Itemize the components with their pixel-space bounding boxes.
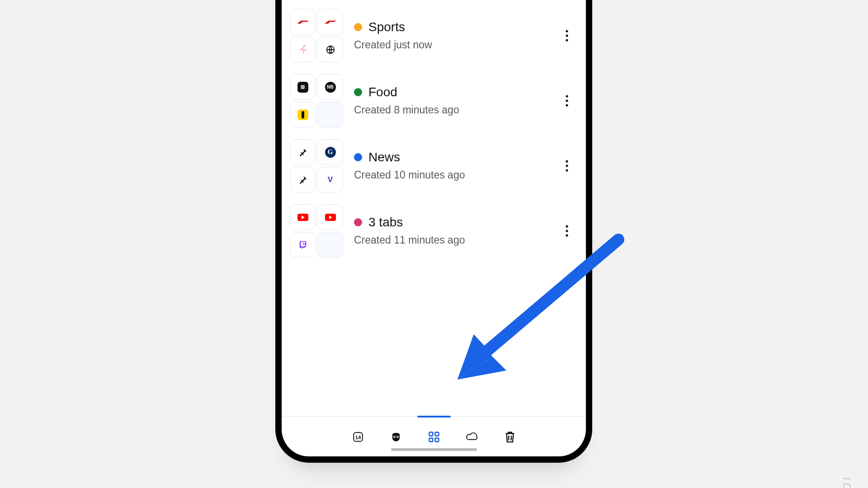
svg-point-17 — [394, 436, 395, 437]
color-dot — [354, 23, 362, 31]
favicon-cell — [317, 9, 343, 35]
favicon-cell — [290, 9, 316, 35]
svg-point-2 — [566, 30, 568, 32]
tab-group-row-news[interactable]: G V News Created 10 minutes ago — [290, 139, 578, 192]
guardian-icon: G — [325, 147, 336, 158]
favicon-cell-empty — [317, 102, 343, 127]
tab-group-info: 3 tabs Created 11 minutes ago — [354, 216, 545, 246]
svg-point-0 — [303, 45, 305, 47]
svg-point-8 — [566, 160, 568, 162]
pushpin-icon — [297, 174, 309, 186]
color-dot — [354, 218, 362, 226]
favicon-cell — [290, 167, 316, 192]
globe-icon — [325, 44, 336, 56]
nav-closed-tabs[interactable] — [501, 428, 519, 446]
open-tab-count: 14 — [355, 435, 361, 440]
favicon-cell-empty — [317, 232, 343, 258]
svg-point-18 — [397, 436, 398, 437]
watermark-text: VIVALDI — [841, 474, 854, 488]
f1-icon — [325, 16, 336, 28]
favicon-yellow-icon — [297, 109, 308, 120]
tab-group-info: Sports Created just now — [354, 21, 545, 51]
favicon-cell — [290, 102, 316, 127]
tab-group-row-sports[interactable]: Sports Created just now — [290, 9, 578, 62]
svg-rect-22 — [435, 438, 439, 442]
favicon-cell — [290, 232, 316, 258]
twitch-icon — [297, 239, 309, 251]
svg-rect-19 — [429, 432, 433, 436]
tab-group-row-food[interactable]: ⊞ NB Food Created 8 minutes ago — [290, 74, 578, 127]
pushpin-icon — [297, 146, 309, 158]
nav-tab-groups[interactable] — [425, 428, 443, 446]
favicon-cell — [290, 204, 316, 230]
tab-group-title: Food — [368, 86, 397, 99]
tab-group-title: News — [368, 151, 400, 164]
tab-group-thumbnails: ⊞ NB — [290, 74, 343, 127]
svg-point-10 — [566, 169, 568, 171]
favicon-cell: V — [317, 167, 343, 192]
tab-group-info: Food Created 8 minutes ago — [354, 86, 545, 116]
app-screen: Sports Created just now ⊞ NB — [282, 0, 586, 456]
svg-point-9 — [566, 164, 568, 167]
svg-point-6 — [566, 99, 568, 102]
tab-group-subtitle: Created 8 minutes ago — [354, 104, 545, 116]
svg-point-7 — [566, 104, 568, 106]
tab-group-thumbnails — [290, 204, 343, 258]
device-side-button — [276, 11, 280, 65]
tab-group-thumbnails: G V — [290, 139, 343, 192]
svg-point-4 — [566, 39, 568, 41]
favicon-cell: NB — [317, 74, 343, 100]
favicon-cell — [290, 139, 316, 165]
running-icon — [297, 44, 309, 56]
more-options-button[interactable] — [556, 90, 578, 112]
color-dot — [354, 88, 362, 96]
color-dot — [354, 153, 362, 161]
favicon-dark-square-icon: ⊞ — [297, 82, 308, 93]
nav-synced-tabs[interactable] — [463, 428, 481, 446]
svg-point-12 — [566, 230, 568, 232]
favicon-dark-circle-icon: NB — [325, 82, 336, 93]
svg-rect-21 — [429, 438, 433, 442]
tab-group-subtitle: Created just now — [354, 39, 545, 51]
vivaldi-watermark: VIVALDI — [840, 474, 854, 488]
more-options-button[interactable] — [556, 155, 578, 177]
tab-groups-list: Sports Created just now ⊞ NB — [282, 0, 586, 416]
nav-open-tabs[interactable]: 14 — [349, 428, 367, 446]
tab-group-row-3tabs[interactable]: 3 tabs Created 11 minutes ago — [290, 204, 578, 258]
favicon-cell: ⊞ — [290, 74, 316, 100]
f1-icon — [297, 16, 309, 28]
svg-point-13 — [566, 234, 568, 236]
favicon-cell — [317, 37, 343, 62]
v-letter-icon: V — [328, 175, 333, 184]
device-frame: Sports Created just now ⊞ NB — [282, 0, 586, 456]
svg-point-3 — [566, 34, 568, 37]
tab-group-info: News Created 10 minutes ago — [354, 151, 545, 181]
favicon-cell — [317, 204, 343, 230]
favicon-cell: G — [317, 139, 343, 165]
tab-group-subtitle: Created 10 minutes ago — [354, 169, 545, 181]
more-options-button[interactable] — [556, 220, 578, 242]
youtube-icon — [325, 214, 336, 221]
home-indicator — [391, 448, 477, 451]
tab-group-title: Sports — [368, 21, 405, 33]
svg-point-5 — [566, 95, 568, 97]
nav-private-tabs[interactable] — [387, 428, 405, 446]
youtube-icon — [297, 214, 308, 221]
tab-group-title: 3 tabs — [368, 216, 403, 229]
favicon-cell — [290, 37, 316, 62]
tab-group-thumbnails — [290, 9, 343, 62]
svg-point-11 — [566, 225, 568, 227]
tab-group-subtitle: Created 11 minutes ago — [354, 234, 545, 246]
svg-rect-20 — [435, 432, 439, 436]
more-options-button[interactable] — [556, 25, 578, 47]
